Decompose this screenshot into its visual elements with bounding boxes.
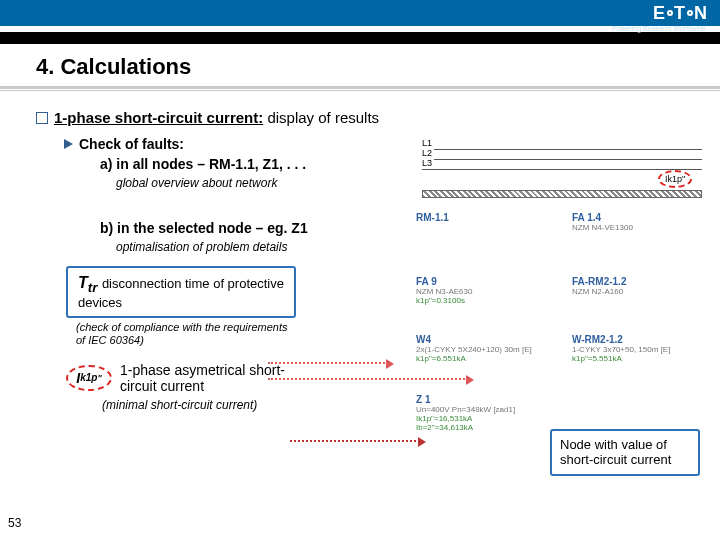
triangle-bullet-icon (64, 139, 73, 149)
ik-sup: " (97, 373, 101, 383)
node-w4-sub: 2x(1-CYKY 5X240+120) 30m [E] (416, 345, 532, 354)
node-z1-ib: Ib=2"=34,613kA (416, 423, 515, 432)
node-fa14: FA 1.4 (572, 212, 633, 223)
check-faults-label: Check of faults: (79, 136, 184, 152)
ttr-sub: tr (88, 280, 98, 295)
page-number: 53 (8, 516, 21, 530)
node-fa9-sub: NZM N3-AE630 (416, 287, 472, 296)
node-farm: FA-RM2-1.2 (572, 276, 626, 287)
heading-rest: display of results (263, 109, 379, 126)
heading-text: 1-phase short-circuit current: display o… (54, 109, 379, 126)
ttr-sym: T (78, 274, 88, 291)
node-rm11: RM-1.1 (416, 212, 449, 223)
heading-underline: 1-phase short-circuit current: (54, 109, 263, 126)
ttr-check: (check of compliance with the requiremen… (76, 321, 296, 347)
node-z1-ik: Ik1p"=16,531kA (416, 414, 515, 423)
node-wrm-sub: 1-CYKY 3x70+50, 150m [E] (572, 345, 670, 354)
ik-oval: Ik1p" (66, 365, 112, 391)
node-w4-kp: k1p"=6.551kA (416, 354, 532, 363)
note-a: global overview about network (116, 176, 700, 190)
square-bullet-icon (36, 112, 48, 124)
node-fa9: FA 9 (416, 276, 472, 287)
brand-tagline: Powering Business Worldwide (0, 25, 720, 32)
node-z1-un: Un=400V Pn=348kW [zad1] (416, 405, 515, 414)
ttr-symbol: Ttr (78, 274, 102, 291)
phase-l1: L1 (422, 138, 434, 148)
ttr-box: Ttr disconnection time of protective dev… (66, 266, 296, 318)
phase-l2: L2 (422, 148, 434, 158)
phase-lines: L1 L2 L3 (422, 140, 702, 170)
node-w4: W4 (416, 334, 532, 345)
slide-title: 4. Calculations (0, 44, 720, 84)
ik-top-oval: Ik1p" (658, 170, 692, 188)
node-wrm-kp: k1p"=5.551kA (572, 354, 670, 363)
ik-min: (minimal short-circuit current) (102, 398, 700, 412)
arrow-ttr-1 (268, 362, 388, 364)
node-farm-sub: NZM N2-A160 (572, 287, 626, 296)
busbar (422, 190, 702, 198)
node-fa9-kp: k1p"=0.3100s (416, 296, 472, 305)
ik-sub: k1p (80, 372, 97, 383)
node-z1: Z 1 (416, 394, 515, 405)
divider (0, 86, 720, 89)
arrow-ik (290, 440, 420, 442)
phase-l3: L3 (422, 158, 434, 168)
note-b: optimalisation of problem details (116, 240, 700, 254)
ttr-text: disconnection time of protective devices (78, 276, 284, 310)
heading-row: 1-phase short-circuit current: display o… (36, 109, 700, 126)
arrow-ttr-2 (268, 378, 468, 380)
node-fa14-sub: NZM N4-VE1300 (572, 223, 633, 232)
node-value-box: Node with value of short-circuit current (550, 429, 700, 476)
header-bar: ETN (0, 0, 720, 26)
divider (0, 90, 720, 91)
black-bar (0, 32, 720, 44)
brand-logo: ETN (653, 3, 708, 24)
node-wrm: W-RM2-1.2 (572, 334, 670, 345)
